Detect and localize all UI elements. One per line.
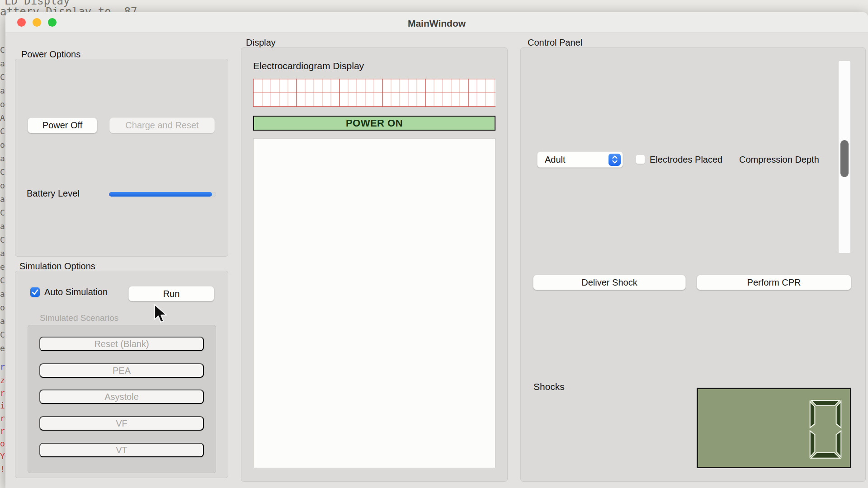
electrocardiogram-display-label: Electrocardiogram Display <box>253 61 364 71</box>
perform-cpr-button[interactable]: Perform CPR <box>697 275 851 290</box>
simulated-scenarios-group-label: Simulated Scenarios <box>40 313 118 323</box>
ecg-waveform-screen <box>253 138 495 468</box>
power-off-button[interactable]: Power Off <box>28 117 97 133</box>
auto-simulation-checkbox[interactable] <box>30 287 40 297</box>
deliver-shock-button[interactable]: Deliver Shock <box>533 275 686 290</box>
auto-simulation-label: Auto Simulation <box>44 287 108 297</box>
title-bar[interactable]: MainWindow <box>5 12 868 33</box>
shocks-label: Shocks <box>533 381 565 392</box>
scenario-asystole-button[interactable]: Asystole <box>39 389 204 404</box>
power-options-group <box>15 59 228 257</box>
display-group-label: Display <box>246 38 276 48</box>
chevron-up-down-icon <box>611 155 619 164</box>
checkmark-icon <box>30 287 40 297</box>
compression-depth-slider[interactable] <box>839 61 850 253</box>
combobox-arrows-badge <box>609 154 621 166</box>
run-button[interactable]: Run <box>128 286 214 301</box>
compression-depth-slider-thumb[interactable] <box>840 140 849 177</box>
battery-level-fill <box>109 192 212 197</box>
window-title: MainWindow <box>5 18 868 29</box>
battery-level-label: Battery Level <box>27 188 80 199</box>
control-panel-group-label: Control Panel <box>528 38 582 48</box>
scenario-pea-button[interactable]: PEA <box>39 363 204 378</box>
power-options-group-label: Power Options <box>21 49 80 60</box>
scenario-vt-button[interactable]: VT <box>39 443 204 457</box>
shock-count-lcd <box>697 388 851 468</box>
power-status-banner: POWER ON <box>253 116 495 131</box>
electrodes-placed-label: Electrodes Placed <box>650 155 722 165</box>
charge-and-reset-button[interactable]: Charge and Reset <box>109 117 215 133</box>
battery-level-progressbar <box>109 192 216 197</box>
scenario-vf-button[interactable]: VF <box>39 416 204 431</box>
patient-type-selected-value: Adult <box>538 155 609 165</box>
main-window: MainWindow Power Options Power Off Charg… <box>5 12 868 488</box>
seven-segment-zero-digit <box>809 400 842 459</box>
electrodes-placed-checkbox[interactable] <box>636 155 645 164</box>
scenario-reset-blank-button[interactable]: Reset (Blank) <box>39 337 204 351</box>
patient-type-select[interactable]: Adult <box>537 151 623 168</box>
compression-depth-label: Compression Depth <box>739 155 819 165</box>
simulation-options-group-label: Simulation Options <box>19 261 95 272</box>
ecg-paper-strip <box>253 79 495 107</box>
